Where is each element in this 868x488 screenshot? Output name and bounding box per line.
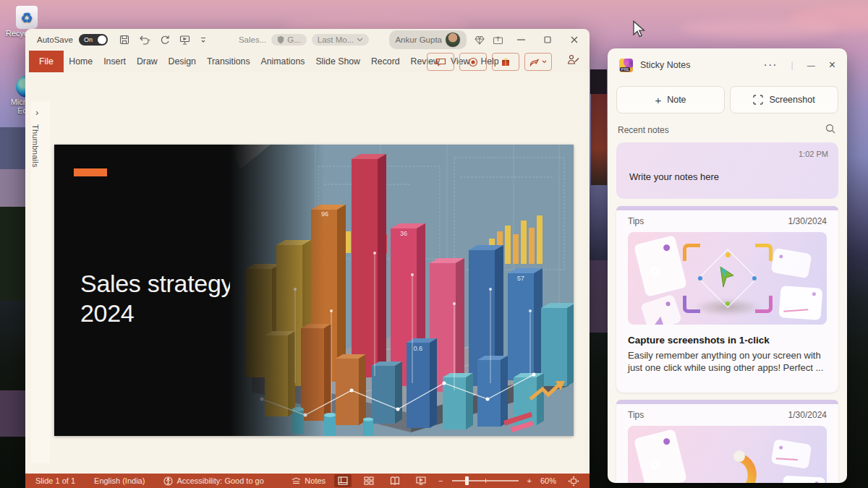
editing-mode-icon[interactable] [567,54,579,68]
powerpoint-window: AutoSave On Sales... G... Last Mo... [25,29,590,488]
floating-note [634,429,687,483]
tips-illustration-swirl [628,426,827,483]
tips-card[interactable]: Tips 1/30/2024 [616,400,838,483]
zoom-out-button[interactable]: − [438,476,443,485]
document-title: Sales... [239,35,266,44]
thumbnails-label: Thumbnails [31,124,40,168]
tips-card-header: Tips 1/30/2024 [628,216,827,226]
tips-label: Tips [628,410,644,420]
tab-animations[interactable]: Animations [255,51,310,72]
view-slideshow[interactable] [412,474,430,487]
more-options-icon[interactable]: ··· [764,59,778,72]
close-button[interactable] [565,32,584,48]
slide-accent-bar [74,168,107,176]
floating-note [640,294,682,325]
search-icon[interactable] [825,124,835,137]
tab-insert[interactable]: Insert [98,51,132,72]
view-reading[interactable] [386,474,404,487]
statusbar-right: Notes − + 60% [292,474,582,487]
tab-transitions[interactable]: Transitions [201,51,255,72]
zoom-slider-tick [485,479,487,483]
bar-label: 57 [517,275,524,282]
tab-file[interactable]: File [29,51,64,72]
saved-status-pill[interactable]: Last Mo... [312,34,370,46]
slide-title[interactable]: Sales strategy 2024 [80,269,233,328]
landscape-band [0,390,25,437]
landscape-band [0,169,25,207]
new-note-button[interactable]: + Note [616,86,725,114]
landscape-band [0,127,25,169]
language-indicator[interactable]: English (India) [94,476,145,485]
share-button[interactable] [524,53,552,71]
handle-dot [698,276,702,281]
autosave-label: AutoSave [37,35,73,44]
minimize-icon[interactable]: — [807,61,815,69]
maximize-button[interactable] [538,32,557,48]
powerpoint-content: › Thumbnails Sales strategy 2024 [25,72,590,488]
sensitivity-pill[interactable]: G... [271,34,307,46]
slide-count[interactable]: Slide 1 of 1 [35,476,75,485]
addin-gift-button[interactable] [492,53,519,71]
zoom-slider[interactable] [452,480,519,481]
slide-canvas[interactable]: Sales strategy 2024 [54,145,574,436]
customize-toolbar-icon[interactable] [200,36,207,43]
screenshot-button[interactable]: Screenshot [730,86,838,114]
tab-slide-show[interactable]: Slide Show [310,51,366,72]
redo-icon[interactable] [160,35,170,45]
sticky-notes-window: PRE Sticky Notes ··· | — × + Note Screen… [608,48,847,483]
share-window-icon[interactable] [493,35,503,45]
expand-thumbnails-icon[interactable]: › [35,107,38,118]
user-name: Ankur Gupta [395,35,442,44]
tips-date: 1/30/2024 [788,216,827,226]
tab-draw[interactable]: Draw [131,51,163,72]
tab-home[interactable]: Home [64,51,98,72]
account-pill[interactable]: Ankur Gupta [389,30,467,49]
tips-body: Easily remember anything on your screen … [628,349,828,374]
rainbow-swirl-graphic [686,436,780,483]
fit-to-window-button[interactable] [565,474,582,487]
tips-card[interactable]: Tips 1/30/2024 [616,206,838,393]
tips-title: Capture screenshots in 1-click [628,335,770,346]
sticky-notes-app-icon: PRE [619,59,633,72]
handle-dot [726,301,730,306]
zoom-in-button[interactable]: + [527,476,532,485]
start-presentation-icon[interactable] [179,35,190,45]
view-slide-sorter[interactable] [360,474,378,487]
tips-date: 1/30/2024 [788,410,827,420]
autosave-toggle[interactable]: On [79,34,108,46]
notes-toggle[interactable]: Notes [292,476,326,485]
zoom-slider-thumb[interactable] [465,476,469,485]
view-normal[interactable] [334,474,352,487]
tab-record[interactable]: Record [365,51,405,72]
record-button[interactable] [459,53,487,71]
tab-design[interactable]: Design [163,51,201,72]
cloud [680,19,839,38]
slide-chart-image[interactable]: 96 36 57 0.6 [230,145,574,436]
landscape-band [590,260,608,333]
note-card[interactable]: 1:02 PM Write your notes here [616,142,838,199]
minimize-button[interactable] [511,32,530,48]
landscape-band [0,207,25,301]
accessibility-status[interactable]: Accessibility: Good to go [163,476,263,486]
mouse-cursor [632,20,647,42]
sticky-notes-header-icons: ··· | — × [764,59,835,72]
accessibility-icon [163,476,173,486]
document-title-cluster[interactable]: Sales... G... Last Mo... [239,34,369,46]
thumbnails-strip[interactable]: › Thumbnails [25,72,51,488]
save-icon[interactable] [119,35,129,45]
close-icon[interactable]: × [829,59,835,72]
autosave-state: On [84,36,93,43]
header-divider: | [791,60,793,70]
card-top-strip [616,206,838,210]
floating-note [770,248,812,279]
comments-button[interactable] [427,53,454,71]
tips-card-header: Tips 1/30/2024 [628,410,827,420]
zoom-level[interactable]: 60% [540,476,556,485]
avatar [445,32,461,48]
crop-mark [683,296,700,313]
note-timestamp: 1:02 PM [799,150,828,158]
toggle-knob [98,35,106,44]
premium-diamond-icon[interactable] [475,35,485,45]
undo-icon[interactable] [139,35,150,45]
note-text: Write your notes here [629,171,719,182]
